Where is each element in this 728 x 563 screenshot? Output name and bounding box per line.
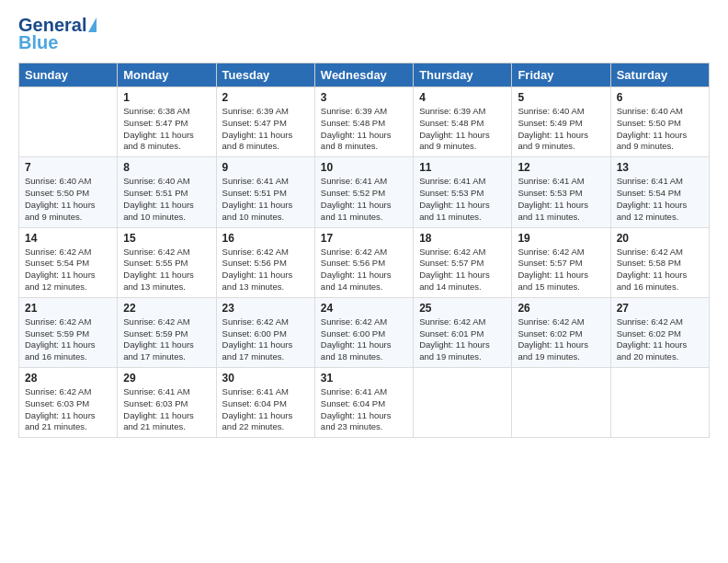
day-number: 3 <box>321 91 407 104</box>
week-row-2: 7Sunrise: 6:40 AM Sunset: 5:50 PM Daylig… <box>19 157 710 227</box>
day-cell <box>19 87 118 157</box>
day-cell: 14Sunrise: 6:42 AM Sunset: 5:54 PM Dayli… <box>19 227 118 297</box>
day-info: Sunrise: 6:42 AM Sunset: 5:59 PM Dayligh… <box>25 316 111 363</box>
day-info: Sunrise: 6:42 AM Sunset: 5:58 PM Dayligh… <box>617 247 703 293</box>
day-info: Sunrise: 6:41 AM Sunset: 5:53 PM Dayligh… <box>518 176 604 223</box>
logo-line2: Blue <box>18 32 58 53</box>
day-cell: 4Sunrise: 6:39 AM Sunset: 5:48 PM Daylig… <box>414 87 512 157</box>
day-number: 16 <box>222 232 309 245</box>
day-cell <box>414 368 512 438</box>
day-number: 7 <box>25 161 111 174</box>
day-cell: 13Sunrise: 6:41 AM Sunset: 5:54 PM Dayli… <box>610 157 709 227</box>
day-number: 27 <box>617 302 703 315</box>
day-number: 24 <box>321 302 407 315</box>
day-number: 5 <box>518 91 604 104</box>
day-info: Sunrise: 6:42 AM Sunset: 5:55 PM Dayligh… <box>123 247 210 293</box>
day-number: 26 <box>518 302 604 315</box>
day-info: Sunrise: 6:38 AM Sunset: 5:47 PM Dayligh… <box>123 106 210 153</box>
day-number: 31 <box>321 372 407 385</box>
day-number: 8 <box>123 161 210 174</box>
day-info: Sunrise: 6:42 AM Sunset: 6:00 PM Dayligh… <box>321 316 407 363</box>
day-info: Sunrise: 6:42 AM Sunset: 6:00 PM Dayligh… <box>222 316 309 363</box>
day-cell: 7Sunrise: 6:40 AM Sunset: 5:50 PM Daylig… <box>19 157 118 227</box>
day-cell: 30Sunrise: 6:41 AM Sunset: 6:04 PM Dayli… <box>216 368 314 438</box>
day-number: 14 <box>25 232 111 245</box>
day-cell: 22Sunrise: 6:42 AM Sunset: 5:59 PM Dayli… <box>118 297 216 367</box>
day-number: 25 <box>419 302 506 315</box>
day-cell: 28Sunrise: 6:42 AM Sunset: 6:03 PM Dayli… <box>19 368 118 438</box>
day-cell: 31Sunrise: 6:41 AM Sunset: 6:04 PM Dayli… <box>314 368 413 438</box>
header: General Blue <box>18 15 710 53</box>
day-number: 21 <box>25 302 111 315</box>
day-number: 28 <box>25 372 111 385</box>
day-cell: 21Sunrise: 6:42 AM Sunset: 5:59 PM Dayli… <box>19 297 118 367</box>
day-number: 19 <box>518 232 604 245</box>
col-header-monday: Monday <box>118 63 216 87</box>
day-number: 30 <box>222 372 309 385</box>
day-number: 22 <box>123 302 210 315</box>
week-row-4: 21Sunrise: 6:42 AM Sunset: 5:59 PM Dayli… <box>19 297 710 367</box>
col-header-thursday: Thursday <box>414 63 512 87</box>
day-number: 18 <box>419 232 506 245</box>
day-info: Sunrise: 6:41 AM Sunset: 6:04 PM Dayligh… <box>321 386 407 433</box>
week-row-3: 14Sunrise: 6:42 AM Sunset: 5:54 PM Dayli… <box>19 227 710 297</box>
day-cell: 19Sunrise: 6:42 AM Sunset: 5:57 PM Dayli… <box>512 227 610 297</box>
day-number: 11 <box>419 161 506 174</box>
col-header-friday: Friday <box>512 63 610 87</box>
day-info: Sunrise: 6:41 AM Sunset: 6:04 PM Dayligh… <box>222 386 309 433</box>
day-number: 12 <box>518 161 604 174</box>
day-info: Sunrise: 6:39 AM Sunset: 5:47 PM Dayligh… <box>222 106 309 153</box>
day-info: Sunrise: 6:42 AM Sunset: 5:56 PM Dayligh… <box>321 247 407 293</box>
header-row: SundayMondayTuesdayWednesdayThursdayFrid… <box>19 63 710 87</box>
day-info: Sunrise: 6:41 AM Sunset: 5:51 PM Dayligh… <box>222 176 309 223</box>
day-cell: 18Sunrise: 6:42 AM Sunset: 5:57 PM Dayli… <box>414 227 512 297</box>
day-info: Sunrise: 6:42 AM Sunset: 5:57 PM Dayligh… <box>419 247 506 293</box>
day-number: 6 <box>617 91 703 104</box>
day-cell: 25Sunrise: 6:42 AM Sunset: 6:01 PM Dayli… <box>414 297 512 367</box>
calendar-table: SundayMondayTuesdayWednesdayThursdayFrid… <box>18 63 710 438</box>
day-number: 1 <box>123 91 210 104</box>
day-cell: 23Sunrise: 6:42 AM Sunset: 6:00 PM Dayli… <box>216 297 314 367</box>
day-info: Sunrise: 6:42 AM Sunset: 6:02 PM Dayligh… <box>518 316 604 363</box>
day-number: 23 <box>222 302 309 315</box>
day-number: 17 <box>321 232 407 245</box>
day-info: Sunrise: 6:42 AM Sunset: 6:02 PM Dayligh… <box>617 316 703 363</box>
day-info: Sunrise: 6:40 AM Sunset: 5:50 PM Dayligh… <box>617 106 703 153</box>
day-cell: 16Sunrise: 6:42 AM Sunset: 5:56 PM Dayli… <box>216 227 314 297</box>
day-info: Sunrise: 6:42 AM Sunset: 5:57 PM Dayligh… <box>518 247 604 293</box>
col-header-sunday: Sunday <box>19 63 118 87</box>
week-row-5: 28Sunrise: 6:42 AM Sunset: 6:03 PM Dayli… <box>19 368 710 438</box>
day-cell <box>610 368 709 438</box>
day-cell <box>512 368 610 438</box>
day-info: Sunrise: 6:40 AM Sunset: 5:51 PM Dayligh… <box>123 176 210 223</box>
day-info: Sunrise: 6:40 AM Sunset: 5:49 PM Dayligh… <box>518 106 604 153</box>
day-cell: 17Sunrise: 6:42 AM Sunset: 5:56 PM Dayli… <box>314 227 413 297</box>
day-cell: 15Sunrise: 6:42 AM Sunset: 5:55 PM Dayli… <box>118 227 216 297</box>
day-info: Sunrise: 6:42 AM Sunset: 6:03 PM Dayligh… <box>25 386 111 433</box>
day-cell: 20Sunrise: 6:42 AM Sunset: 5:58 PM Dayli… <box>610 227 709 297</box>
day-info: Sunrise: 6:41 AM Sunset: 5:53 PM Dayligh… <box>419 176 506 223</box>
day-info: Sunrise: 6:41 AM Sunset: 6:03 PM Dayligh… <box>123 386 210 433</box>
day-cell: 2Sunrise: 6:39 AM Sunset: 5:47 PM Daylig… <box>216 87 314 157</box>
day-cell: 26Sunrise: 6:42 AM Sunset: 6:02 PM Dayli… <box>512 297 610 367</box>
day-number: 20 <box>617 232 703 245</box>
day-number: 4 <box>419 91 506 104</box>
day-cell: 5Sunrise: 6:40 AM Sunset: 5:49 PM Daylig… <box>512 87 610 157</box>
day-cell: 27Sunrise: 6:42 AM Sunset: 6:02 PM Dayli… <box>610 297 709 367</box>
day-cell: 6Sunrise: 6:40 AM Sunset: 5:50 PM Daylig… <box>610 87 709 157</box>
col-header-tuesday: Tuesday <box>216 63 314 87</box>
day-info: Sunrise: 6:42 AM Sunset: 5:54 PM Dayligh… <box>25 247 111 293</box>
day-cell: 29Sunrise: 6:41 AM Sunset: 6:03 PM Dayli… <box>118 368 216 438</box>
day-number: 2 <box>222 91 309 104</box>
day-info: Sunrise: 6:41 AM Sunset: 5:54 PM Dayligh… <box>617 176 703 223</box>
day-cell: 24Sunrise: 6:42 AM Sunset: 6:00 PM Dayli… <box>314 297 413 367</box>
day-number: 15 <box>123 232 210 245</box>
week-row-1: 1Sunrise: 6:38 AM Sunset: 5:47 PM Daylig… <box>19 87 710 157</box>
day-number: 13 <box>617 161 703 174</box>
day-cell: 12Sunrise: 6:41 AM Sunset: 5:53 PM Dayli… <box>512 157 610 227</box>
day-info: Sunrise: 6:40 AM Sunset: 5:50 PM Dayligh… <box>25 176 111 223</box>
day-number: 29 <box>123 372 210 385</box>
logo-triangle-icon <box>88 17 97 32</box>
day-number: 9 <box>222 161 309 174</box>
day-info: Sunrise: 6:39 AM Sunset: 5:48 PM Dayligh… <box>321 106 407 153</box>
